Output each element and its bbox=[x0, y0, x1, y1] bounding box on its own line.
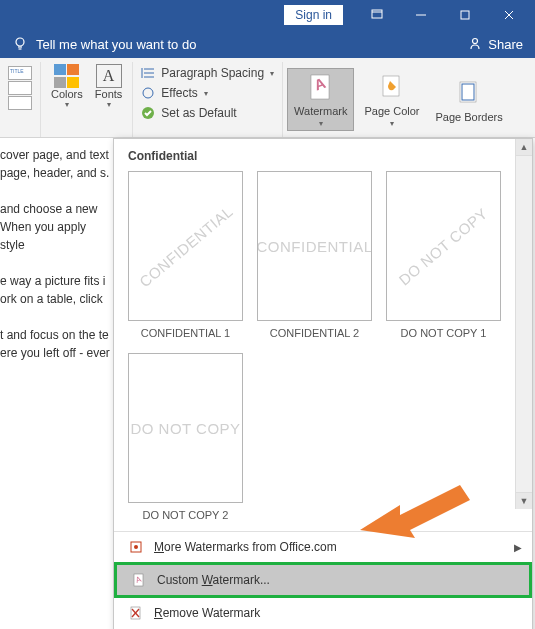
svg-point-21 bbox=[134, 545, 138, 549]
watermark-thumb[interactable]: DO NOT COPY DO NOT COPY 2 bbox=[128, 353, 243, 521]
annotation-arrow bbox=[360, 480, 470, 550]
page-color-button[interactable]: Page Color ▾ bbox=[358, 69, 425, 130]
ribbon-display-button[interactable] bbox=[355, 0, 399, 30]
scroll-down-button[interactable]: ▼ bbox=[516, 492, 532, 509]
watermark-label: DO NOT COPY 2 bbox=[143, 509, 229, 521]
paragraph-spacing-icon bbox=[141, 66, 155, 80]
custom-watermark-icon: A bbox=[131, 572, 147, 588]
svg-point-13 bbox=[143, 88, 153, 98]
svg-rect-3 bbox=[461, 11, 469, 19]
lightbulb-icon bbox=[12, 36, 28, 52]
colors-button[interactable]: Colors ▾ bbox=[47, 62, 87, 111]
checkmark-icon bbox=[141, 106, 155, 120]
maximize-button[interactable] bbox=[443, 0, 487, 30]
title-bar: Sign in bbox=[0, 0, 535, 30]
gallery-section-header: Confidential bbox=[114, 139, 532, 171]
remove-watermark-menu-item[interactable]: Remove Watermark bbox=[114, 598, 532, 628]
svg-marker-29 bbox=[360, 485, 470, 538]
fonts-button[interactable]: A Fonts ▾ bbox=[91, 62, 127, 111]
page-borders-icon bbox=[453, 77, 485, 109]
fonts-icon: A bbox=[96, 64, 122, 88]
watermark-label: CONFIDENTIAL 2 bbox=[270, 327, 359, 339]
close-button[interactable] bbox=[487, 0, 531, 30]
scroll-up-button[interactable]: ▲ bbox=[516, 139, 532, 156]
document-body: cover page, and text page, header, and s… bbox=[0, 138, 115, 618]
colors-icon bbox=[54, 64, 80, 88]
ribbon: TITLE Colors ▾ A Fonts ▾ Paragrap bbox=[0, 58, 535, 138]
share-icon bbox=[468, 37, 482, 51]
watermark-label: CONFIDENTIAL 1 bbox=[141, 327, 230, 339]
watermark-gallery-panel: ▲ ▼ Confidential CONFIDENTIAL CONFIDENTI… bbox=[113, 138, 533, 629]
set-default-button[interactable]: Set as Default bbox=[141, 104, 236, 122]
remove-icon bbox=[128, 605, 144, 621]
watermark-button[interactable]: A Watermark ▾ bbox=[287, 68, 354, 131]
style-set-gallery[interactable]: TITLE bbox=[6, 62, 34, 114]
page-borders-button[interactable]: Page Borders bbox=[429, 75, 508, 125]
custom-watermark-menu-item[interactable]: A Custom Watermark... bbox=[114, 562, 532, 598]
watermark-thumb[interactable]: CONFIDENTIAL CONFIDENTIAL 1 bbox=[128, 171, 243, 339]
page-color-icon bbox=[376, 71, 408, 103]
svg-point-6 bbox=[16, 38, 24, 46]
watermark-icon: A bbox=[305, 71, 337, 103]
svg-point-9 bbox=[473, 39, 478, 44]
tellme-text: Tell me what you want to do bbox=[36, 37, 196, 52]
signin-button[interactable]: Sign in bbox=[284, 5, 343, 25]
colors-fonts-group: Colors ▾ A Fonts ▾ bbox=[41, 62, 133, 137]
document-formatting-group: Paragraph Spacing ▾ Effects ▾ Set as Def… bbox=[133, 62, 283, 137]
share-label: Share bbox=[488, 37, 523, 52]
share-button[interactable]: Share bbox=[468, 37, 523, 52]
paragraph-spacing-button[interactable]: Paragraph Spacing ▾ bbox=[141, 64, 274, 82]
effects-button[interactable]: Effects ▾ bbox=[141, 84, 207, 102]
gallery-scrollbar[interactable]: ▲ ▼ bbox=[515, 139, 532, 509]
minimize-button[interactable] bbox=[399, 0, 443, 30]
office-icon bbox=[128, 539, 144, 555]
effects-icon bbox=[141, 86, 155, 100]
tellme-search[interactable]: Tell me what you want to do bbox=[12, 36, 196, 52]
watermark-label: DO NOT COPY 1 bbox=[401, 327, 487, 339]
tellme-bar: Tell me what you want to do Share bbox=[0, 30, 535, 58]
submenu-arrow-icon: ▶ bbox=[514, 542, 522, 553]
watermark-thumb[interactable]: DO NOT COPY DO NOT COPY 1 bbox=[386, 171, 501, 339]
svg-rect-0 bbox=[372, 10, 382, 18]
watermark-thumb[interactable]: CONFIDENTIAL CONFIDENTIAL 2 bbox=[257, 171, 372, 339]
theme-preview-group: TITLE bbox=[0, 62, 41, 137]
